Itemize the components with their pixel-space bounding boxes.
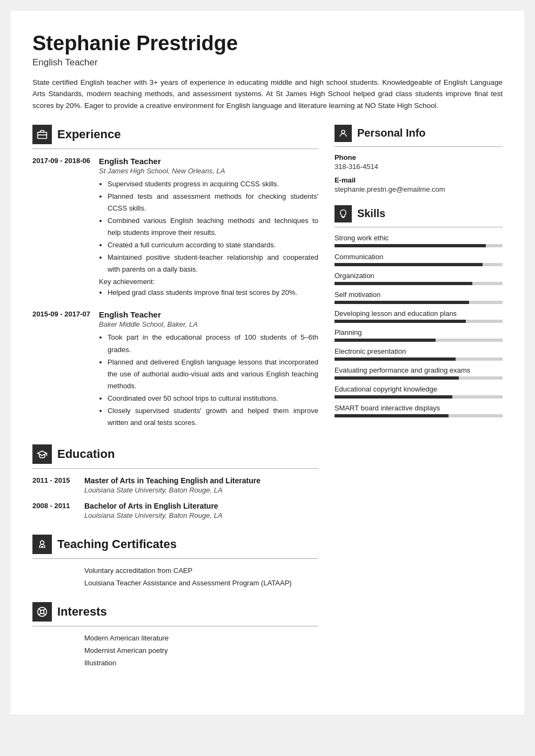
edu-entry-1: 2008 - 2011Bachelor of Arts in English L… (32, 502, 318, 519)
interest-text-0: Modern American literature (84, 634, 169, 642)
personal-info-icon (335, 125, 352, 142)
phone-label: Phone (335, 153, 503, 161)
skills-header: Skills (335, 205, 503, 222)
edu-school-0: Louisiana State University, Baton Rouge,… (84, 486, 318, 494)
edu-degree-0: Master of Arts in Teaching English and L… (84, 476, 318, 485)
experience-entry-1: 2015-09 - 2017-07English TeacherBaker Mi… (32, 310, 318, 429)
key-achievement-bullet-0: Helped grad class students improve final… (99, 287, 318, 299)
certificates-section: Teaching Certificates Voluntary accredit… (32, 535, 318, 587)
exp-company-0: St James High School, New Orleans, LA (99, 167, 318, 175)
cert-spacer-0 (32, 566, 76, 575)
skills-divider (335, 227, 503, 227)
interest-text-1: Modernist American poetry (84, 646, 168, 654)
exp-date-1: 2015-09 - 2017-07 (32, 310, 90, 429)
skill-bar-bg-6 (335, 357, 503, 361)
personal-info-title: Personal Info (357, 127, 426, 139)
phone-value: 318-316-4514 (335, 163, 503, 171)
edu-content-0: Master of Arts in Teaching English and L… (84, 476, 318, 494)
svg-point-9 (342, 130, 345, 133)
edu-school-1: Louisiana State University, Baton Rouge,… (84, 511, 318, 519)
exp-bullet-0-4: Maintained positive student-teacher rela… (108, 252, 318, 275)
skill-bar-bg-9 (335, 414, 503, 417)
skill-name-3: Self motivation (335, 291, 503, 299)
skill-item-8: Educational copyright knowledge (335, 385, 503, 399)
interests-section: Interests Modern American literatureMode… (32, 602, 318, 667)
email-value: stephanie.prestri.ge@emailme.com (335, 185, 503, 193)
skill-bar-bg-1 (335, 263, 503, 266)
skill-bar-fill-2 (335, 282, 472, 285)
skill-name-4: Developing lesson and education plans (335, 309, 503, 318)
interest-entry-1: Modernist American poetry (32, 646, 318, 654)
cert-text-1: Louisiana Teacher Assistance and Assessm… (84, 579, 292, 587)
experience-header: Experience (32, 125, 318, 144)
education-header: Education (32, 444, 318, 464)
skill-bar-fill-3 (335, 301, 469, 304)
personal-info-section: Personal Info Phone 318-316-4514 E-mail … (335, 125, 503, 193)
svg-line-7 (43, 609, 45, 611)
skill-name-6: Electronic presentation (335, 347, 503, 355)
svg-point-2 (41, 541, 44, 545)
skills-list: Strong work ethicCommunicationOrganizati… (335, 234, 503, 417)
cert-spacer-1 (32, 579, 76, 587)
svg-point-4 (41, 610, 44, 614)
svg-line-8 (39, 613, 41, 616)
skill-name-1: Communication (335, 253, 503, 261)
skill-item-9: SMART board interactive displays (335, 404, 503, 417)
summary: State certified English teacher with 3+ … (32, 77, 503, 112)
skill-name-0: Strong work ethic (335, 234, 503, 242)
key-achievement-label-0: Key achievement: (99, 278, 318, 286)
certificates-icon (32, 535, 52, 554)
exp-bullet-0-3: Created a full curriculum according to s… (108, 239, 318, 251)
cert-entry-1: Louisiana Teacher Assistance and Assessm… (32, 579, 318, 587)
svg-line-6 (43, 613, 45, 616)
interest-entries: Modern American literatureModernist Amer… (32, 634, 318, 667)
svg-line-5 (39, 609, 41, 611)
skill-item-3: Self motivation (335, 291, 503, 304)
exp-bullet-0-2: Combined various English teaching method… (108, 215, 318, 239)
edu-content-1: Bachelor of Arts in English LiteratureLo… (84, 502, 318, 519)
certificates-divider (32, 558, 318, 559)
edu-entry-0: 2011 - 2015Master of Arts in Teaching En… (32, 476, 318, 494)
edu-degree-1: Bachelor of Arts in English Literature (84, 502, 318, 510)
skill-item-6: Electronic presentation (335, 347, 503, 361)
skills-title: Skills (357, 207, 385, 220)
skill-bar-fill-9 (335, 414, 449, 417)
experience-entry-0: 2017-09 - 2018-06English TeacherSt James… (32, 157, 318, 300)
cert-entry-0: Voluntary accreditation from CAEP (32, 566, 318, 575)
edu-date-1: 2008 - 2011 (32, 502, 76, 519)
skill-bar-bg-5 (335, 339, 503, 342)
skill-name-2: Organization (335, 272, 503, 280)
skill-name-9: SMART board interactive displays (335, 404, 503, 412)
left-column: Experience 2017-09 - 2018-06English Teac… (32, 125, 318, 683)
exp-role-0: English Teacher (99, 157, 318, 166)
exp-date-0: 2017-09 - 2018-06 (32, 157, 90, 300)
right-column: Personal Info Phone 318-316-4514 E-mail … (335, 125, 503, 683)
skill-bar-fill-1 (335, 263, 483, 266)
education-divider (32, 468, 318, 469)
education-entries: 2011 - 2015Master of Arts in Teaching En… (32, 476, 318, 519)
exp-bullet-1-0: Took part in the educational process of … (108, 332, 318, 355)
cert-entries: Voluntary accreditation from CAEPLouisia… (32, 566, 318, 587)
interests-title: Interests (57, 605, 107, 619)
skill-bar-bg-3 (335, 301, 503, 304)
experience-icon (32, 125, 52, 144)
skill-name-7: Evaluating performance and grading exams (335, 366, 503, 374)
interests-divider (32, 626, 318, 626)
personal-info-header: Personal Info (335, 125, 503, 142)
skill-item-0: Strong work ethic (335, 234, 503, 247)
skill-bar-bg-4 (335, 320, 503, 323)
skill-name-5: Planning (335, 328, 503, 336)
email-label: E-mail (335, 176, 503, 184)
skill-item-5: Planning (335, 328, 503, 342)
cert-text-0: Voluntary accreditation from CAEP (84, 566, 192, 575)
skill-name-8: Educational copyright knowledge (335, 385, 503, 393)
certificates-title: Teaching Certificates (57, 537, 177, 551)
skill-bar-fill-8 (335, 395, 452, 399)
skills-icon (335, 205, 352, 222)
interest-spacer-0 (32, 634, 76, 642)
skill-bar-fill-0 (335, 244, 486, 247)
exp-bullet-1-3: Closely supervised students' growth and … (108, 405, 318, 429)
experience-title: Experience (57, 127, 121, 141)
education-section: Education 2011 - 2015Master of Arts in T… (32, 444, 318, 519)
exp-role-1: English Teacher (99, 310, 318, 319)
